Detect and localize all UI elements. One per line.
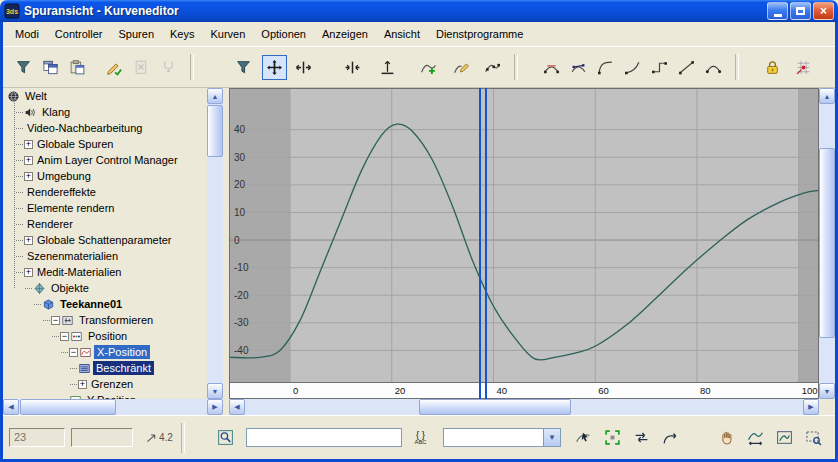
track-set-list-combobox[interactable]: ▼ [443,428,561,447]
tree-item-klang[interactable]: Klang [3,104,207,120]
tree-expander-plus-icon[interactable]: + [24,236,33,245]
lock-selection-button[interactable] [760,55,785,80]
scroll-up-icon[interactable]: ▲ [207,88,223,104]
scroll-right-icon[interactable]: ▶ [803,399,819,415]
chart-horizontal-scrollbar[interactable]: ◀ ▶ [229,399,819,415]
assign-controller-button[interactable] [102,55,127,80]
track-filters-button[interactable] [231,55,256,80]
make-controller-unique-button[interactable] [156,55,181,80]
set-tangents-fast-button[interactable] [593,55,618,80]
tree-item-szenenmaterialien[interactable]: Szenenmaterialien [3,248,207,264]
set-tangents-smooth-button[interactable] [701,55,726,80]
slide-keys-button[interactable] [291,55,316,80]
tree-expander-plus-icon[interactable]: + [24,140,33,149]
scroll-up-icon[interactable]: ▲ [819,88,835,104]
menu-modi[interactable]: Modi [7,26,47,42]
menu-keys[interactable]: Keys [162,26,202,42]
tree-item-y-position[interactable]: Y-Position [3,392,207,399]
tree-item-position[interactable]: −Position [3,328,207,344]
tree-expander-plus-icon[interactable]: + [24,172,33,181]
scroll-down-icon[interactable]: ▼ [819,383,835,399]
set-tangents-linear-button[interactable] [674,55,699,80]
key-entry-spinner[interactable]: 4.2 [145,431,173,444]
scroll-down-icon[interactable]: ▼ [207,383,223,399]
scroll-right-icon[interactable]: ▶ [207,399,223,415]
tree-item-globale-spuren[interactable]: +Globale Spuren [3,136,207,152]
add-keys-button[interactable] [416,55,441,80]
copy-controller-button[interactable] [38,55,63,80]
tree-vertical-scrollbar[interactable]: ▲ ▼ [207,88,223,399]
set-tangents-slow-button[interactable] [620,55,645,80]
track-selection-input[interactable] [246,428,402,447]
tree-item-rendereffekte[interactable]: Rendereffekte [3,184,207,200]
tree-item-elemente-rendern[interactable]: Elemente rendern [3,200,207,216]
scale-values-button[interactable] [375,55,400,80]
menu-dienstprogramme[interactable]: Dienstprogramme [428,26,531,42]
tree-expander-plus-icon[interactable]: + [24,268,33,277]
tree-item-medit-materialien[interactable]: +Medit-Materialien [3,264,207,280]
tree-item-teekanne01[interactable]: Teekanne01 [3,296,207,312]
set-tangents-step-button[interactable] [647,55,672,80]
filters-button[interactable] [11,55,36,80]
key-time-field[interactable]: 23 [9,428,65,447]
auto-update-button[interactable] [658,425,684,450]
title-bar[interactable]: 3ds Spuransicht - Kurveneditor × [0,0,838,22]
tree-item-video-nachbearbeitung[interactable]: Video-Nachbearbeitung [3,120,207,136]
draw-curves-button[interactable] [449,55,474,80]
tree-expander-plus-icon[interactable]: + [24,156,33,165]
zoom-horizontal-extents-button[interactable] [742,425,768,450]
paste-controller-button[interactable] [65,55,90,80]
edit-track-set-button[interactable]: { }ABC [408,425,434,450]
maximize-button[interactable] [790,2,811,20]
tree-item-objekte[interactable]: Objekte [3,280,207,296]
menu-controller[interactable]: Controller [47,26,111,42]
move-keys-button[interactable] [262,55,287,80]
chart-vertical-scrollbar[interactable]: ▲ ▼ [819,88,835,399]
interactive-update-button[interactable] [629,425,655,450]
tree-vscroll-thumb[interactable] [207,105,223,157]
time-ruler[interactable]: 020406080100 [229,383,819,399]
tree-item-welt[interactable]: Welt [3,88,207,104]
combo-dropdown-icon[interactable]: ▼ [543,429,560,446]
delete-controller-button[interactable] [129,55,154,80]
show-selected-curves-button[interactable] [571,425,597,450]
tree-expander-minus-icon[interactable]: − [69,348,78,357]
menu-kurven[interactable]: Kurven [202,26,253,42]
time-slider[interactable] [479,88,487,399]
snap-frames-button[interactable] [791,55,816,80]
tree-item-umgebung[interactable]: +Umgebung [3,168,207,184]
tree-item-grenzen[interactable]: +Grenzen [3,376,207,392]
key-value-field[interactable] [71,428,133,447]
menu-ansicht[interactable]: Ansicht [376,26,428,42]
menu-optionen[interactable]: Optionen [253,26,314,42]
chart-hscroll-thumb[interactable] [419,399,571,415]
reduce-keys-button[interactable] [480,55,505,80]
scale-keys-button[interactable] [340,55,365,80]
scroll-left-icon[interactable]: ◀ [229,399,245,415]
tree-expander-plus-icon[interactable]: + [78,380,87,389]
zoom-selected-object-button[interactable] [213,425,239,450]
frame-selected-keys-button[interactable] [600,425,626,450]
chart-vscroll-thumb[interactable] [819,148,835,338]
set-tangents-auto-button[interactable] [539,55,564,80]
tree-item-globale-schattenparameter[interactable]: +Globale Schattenparameter [3,232,207,248]
minimize-button[interactable] [767,2,788,20]
menu-spuren[interactable]: Spuren [111,26,162,42]
tree-item-beschränkt[interactable]: Beschränkt [3,360,207,376]
tree-item-anim-layer-control-manager[interactable]: +Anim Layer Control Manager [3,152,207,168]
set-tangents-custom-button[interactable] [566,55,591,80]
tree-expander-minus-icon[interactable]: − [60,332,69,341]
menu-anzeigen[interactable]: Anzeigen [314,26,376,42]
tree-item-x-position[interactable]: −X-Position [3,344,207,360]
scroll-left-icon[interactable]: ◀ [3,399,19,415]
tree-item-renderer[interactable]: Renderer [3,216,207,232]
tree-item-transformieren[interactable]: −Transformieren [3,312,207,328]
zoom-value-extents-button[interactable] [771,425,797,450]
close-button[interactable]: × [813,2,834,20]
curve-view[interactable]: 403020100-10-20-30-40 [229,88,819,383]
tree-horizontal-scrollbar[interactable]: ◀ ▶ [3,399,223,415]
tree-hscroll-thumb[interactable] [20,399,116,415]
tree-expander-minus-icon[interactable]: − [51,316,60,325]
pan-button[interactable] [713,425,739,450]
zoom-region-button[interactable] [800,425,826,450]
